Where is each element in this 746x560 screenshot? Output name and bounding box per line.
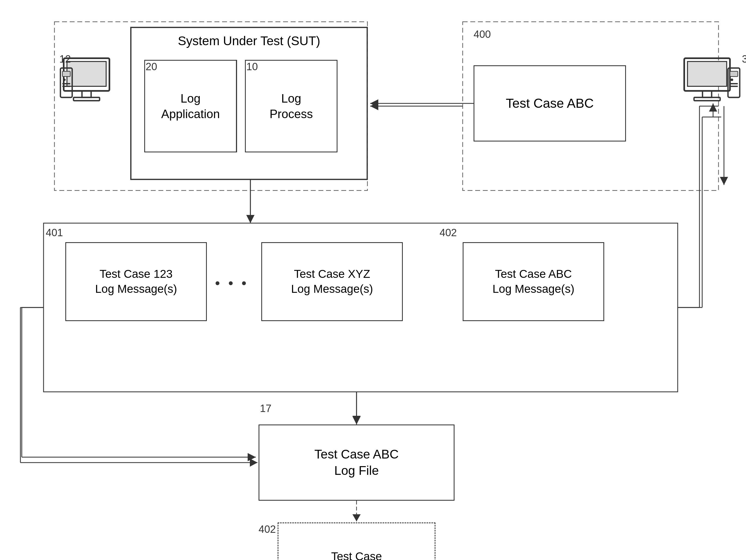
- test-case-abc-messages-label: Test Case ABCLog Message(s): [492, 267, 574, 296]
- test-case-xyz-box: Test Case XYZLog Message(s): [261, 242, 403, 321]
- ref-12: 12: [59, 53, 71, 65]
- svg-rect-36: [730, 86, 738, 87]
- svg-marker-18: [720, 177, 728, 185]
- svg-rect-20: [67, 61, 106, 86]
- abc-log-messages-bottom-box: Test CaseABC LogMessage(s): [278, 523, 435, 560]
- svg-rect-35: [730, 83, 738, 84]
- svg-rect-29: [687, 61, 727, 86]
- svg-rect-33: [730, 71, 738, 77]
- svg-rect-27: [62, 86, 70, 87]
- svg-point-25: [63, 78, 66, 81]
- svg-marker-55: [352, 514, 361, 521]
- svg-marker-43: [370, 99, 378, 108]
- test-case-xyz-label: Test Case XYZLog Message(s): [291, 267, 373, 296]
- log-file-label: Test Case ABCLog File: [314, 446, 398, 479]
- diagram: System Under Test (SUT) LogApplication 2…: [0, 0, 746, 560]
- svg-marker-9: [352, 416, 361, 424]
- test-case-abc-top-box: Test Case ABC: [474, 65, 626, 142]
- svg-rect-26: [62, 83, 70, 84]
- abc-log-messages-bottom-label: Test CaseABC LogMessage(s): [326, 549, 386, 560]
- log-process-box: LogProcess: [245, 60, 338, 152]
- svg-rect-22: [74, 97, 99, 101]
- ellipsis: • • •: [215, 275, 249, 291]
- ref-400: 400: [474, 29, 491, 40]
- test-case-abc-messages-box: Test Case ABCLog Message(s): [463, 242, 604, 321]
- sut-label: System Under Test (SUT): [178, 33, 320, 49]
- svg-marker-39: [246, 215, 255, 222]
- test-case-abc-top-label: Test Case ABC: [506, 95, 594, 112]
- svg-marker-13: [248, 453, 256, 461]
- log-application-label: LogApplication: [161, 91, 220, 122]
- svg-rect-31: [694, 97, 720, 101]
- ref-17: 17: [260, 403, 271, 414]
- test-case-123-box: Test Case 123Log Message(s): [65, 242, 207, 321]
- ref-38: 38: [742, 53, 746, 65]
- test-case-123-label: Test Case 123Log Message(s): [95, 267, 177, 296]
- log-process-label: LogProcess: [270, 91, 313, 122]
- svg-marker-7: [246, 215, 255, 223]
- ref-20: 20: [146, 61, 157, 72]
- ref-10: 10: [246, 61, 258, 72]
- ref-401: 401: [46, 227, 63, 239]
- svg-marker-41: [352, 416, 361, 423]
- svg-point-34: [730, 78, 733, 81]
- ref-402-top: 402: [439, 227, 457, 239]
- right-computer: [678, 54, 743, 114]
- svg-rect-30: [702, 91, 712, 97]
- svg-marker-5: [370, 102, 378, 110]
- right-computer-icon: [678, 54, 743, 114]
- log-application-box: LogApplication: [144, 60, 237, 152]
- log-file-box: Test Case ABCLog File: [259, 424, 455, 501]
- svg-marker-47: [250, 459, 257, 467]
- ref-402-bottom: 402: [259, 524, 276, 535]
- svg-rect-21: [82, 91, 91, 97]
- svg-rect-24: [62, 71, 70, 77]
